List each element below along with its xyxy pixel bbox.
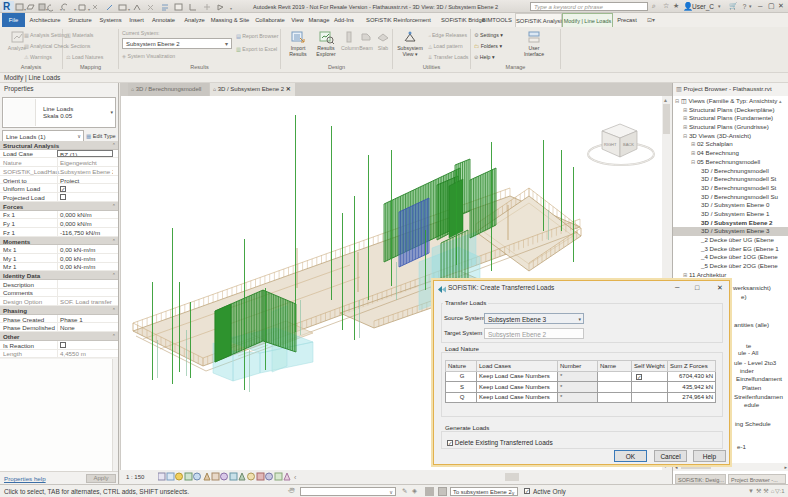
svg-text:▾: ▾ (60, 7, 62, 12)
svg-text:RIGHT: RIGHT (604, 142, 617, 147)
svg-text:▾: ▾ (24, 7, 26, 12)
svg-text:▾: ▾ (74, 7, 76, 12)
svg-text:▾: ▾ (88, 7, 90, 12)
svg-text:‹: ‹ (294, 474, 297, 481)
svg-text:▾: ▾ (230, 6, 232, 11)
svg-text:BACK: BACK (623, 142, 634, 147)
svg-text:▾: ▾ (128, 7, 130, 12)
svg-text:▾: ▾ (46, 7, 48, 12)
